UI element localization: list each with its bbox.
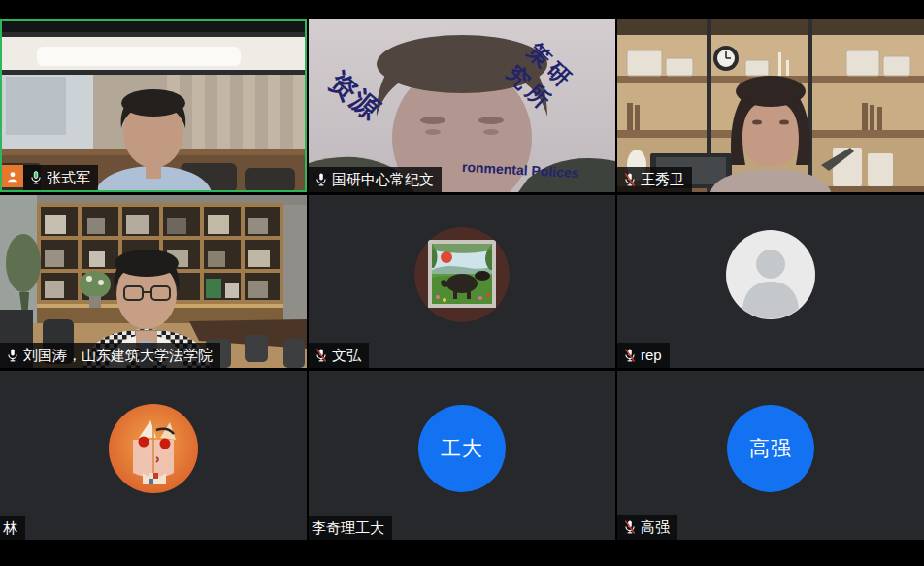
participant-tile-gaoqiang[interactable]: 高强 高强 (617, 371, 924, 540)
mic-icon (314, 171, 328, 187)
mic-icon (5, 347, 19, 363)
name-label: rep (617, 343, 670, 368)
avatar-person-placeholder (723, 227, 818, 322)
participant-name: 林 (3, 520, 17, 535)
avatar-initials: 工大 (418, 405, 506, 492)
mic-muted-icon (314, 347, 328, 363)
name-label: 林 (0, 516, 25, 540)
name-label: 高强 (617, 515, 677, 540)
meeting-grid: 张式军 资源 策研究所 Institute f (0, 0, 924, 566)
presenter-badge-icon (2, 165, 23, 187)
name-label: 文弘 (309, 343, 369, 368)
participant-tile-zhangshijun[interactable]: 张式军 (0, 19, 307, 192)
name-label: 国研中心常纪文 (309, 167, 442, 192)
participant-tile-changjiwen[interactable]: 资源 策研究所 Institute fo ronmental Polices 国… (309, 19, 615, 192)
participant-tile-wenhong[interactable]: 文弘 (309, 195, 615, 368)
mic-muted-icon (622, 171, 637, 187)
participant-name: 李奇理工大 (312, 520, 384, 535)
participant-name: 张式军 (47, 170, 90, 184)
avatar-text: 工大 (441, 435, 483, 462)
name-label: 王秀卫 (617, 167, 692, 192)
avatar-buffalo-painting (414, 227, 510, 322)
mic-muted-icon (622, 518, 637, 535)
name-label: 张式军 (23, 165, 98, 190)
participant-tile-rep[interactable]: rep (617, 195, 924, 368)
participant-name: 刘国涛，山东建筑大学法学院 (23, 348, 213, 362)
name-label: 李奇理工大 (309, 516, 392, 540)
mic-active-icon (28, 169, 43, 185)
mic-muted-icon (622, 347, 637, 363)
name-label: 刘国涛，山东建筑大学法学院 (0, 343, 220, 368)
participant-name: 国研中心常纪文 (332, 172, 434, 186)
avatar-text: 高强 (749, 435, 792, 462)
participant-name: 王秀卫 (641, 172, 684, 186)
avatar-initials: 高强 (727, 405, 814, 492)
participant-name: 高强 (641, 519, 670, 534)
avatar-abstract-face-painting (106, 401, 201, 496)
participant-tile-liqiligongda[interactable]: 工大 李奇理工大 (309, 371, 615, 540)
participant-name: rep (641, 348, 662, 362)
participant-tile-wangxiuwei[interactable]: 王秀卫 (617, 19, 924, 192)
participant-name: 文弘 (332, 348, 361, 362)
participant-tile-lin[interactable]: 林 (0, 371, 307, 540)
participant-tile-liuguotao[interactable]: 刘国涛，山东建筑大学法学院 (0, 195, 307, 368)
